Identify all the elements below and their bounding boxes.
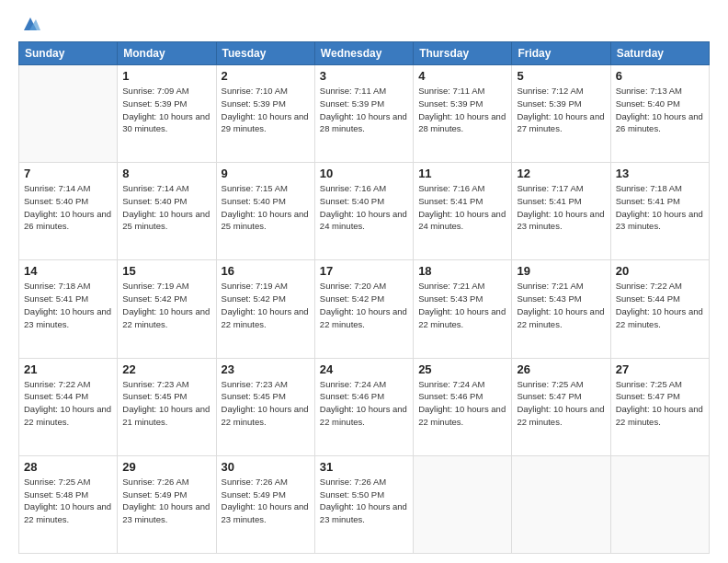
- calendar-header-wednesday: Wednesday: [314, 42, 413, 65]
- day-info: Sunrise: 7:22 AM Sunset: 5:44 PM Dayligh…: [24, 378, 112, 429]
- day-number: 24: [320, 362, 408, 376]
- day-info: Sunrise: 7:17 AM Sunset: 5:41 PM Dayligh…: [517, 182, 605, 233]
- day-number: 19: [517, 264, 605, 278]
- day-info: Sunrise: 7:24 AM Sunset: 5:46 PM Dayligh…: [320, 378, 408, 429]
- calendar-cell: 16Sunrise: 7:19 AM Sunset: 5:42 PM Dayli…: [216, 260, 314, 358]
- calendar-cell: 25Sunrise: 7:24 AM Sunset: 5:46 PM Dayli…: [414, 358, 512, 455]
- day-number: 11: [418, 167, 506, 180]
- day-number: 21: [24, 362, 112, 376]
- day-info: Sunrise: 7:11 AM Sunset: 5:39 PM Dayligh…: [320, 85, 408, 135]
- calendar-cell: 5Sunrise: 7:12 AM Sunset: 5:39 PM Daylig…: [512, 65, 610, 163]
- day-info: Sunrise: 7:16 AM Sunset: 5:40 PM Dayligh…: [320, 182, 408, 233]
- day-number: 8: [122, 167, 210, 180]
- calendar-cell: 13Sunrise: 7:18 AM Sunset: 5:41 PM Dayli…: [610, 163, 709, 260]
- calendar-cell: 27Sunrise: 7:25 AM Sunset: 5:47 PM Dayli…: [610, 358, 709, 455]
- day-info: Sunrise: 7:14 AM Sunset: 5:40 PM Dayligh…: [24, 182, 112, 233]
- day-info: Sunrise: 7:21 AM Sunset: 5:43 PM Dayligh…: [418, 280, 506, 330]
- calendar-cell: 26Sunrise: 7:25 AM Sunset: 5:47 PM Dayli…: [512, 358, 610, 455]
- calendar-table: SundayMondayTuesdayWednesdayThursdayFrid…: [18, 41, 710, 554]
- calendar-cell: 31Sunrise: 7:26 AM Sunset: 5:50 PM Dayli…: [314, 455, 413, 553]
- calendar-cell: 24Sunrise: 7:24 AM Sunset: 5:46 PM Dayli…: [314, 358, 413, 455]
- day-number: 22: [122, 362, 210, 376]
- calendar-cell: 23Sunrise: 7:23 AM Sunset: 5:45 PM Dayli…: [216, 358, 314, 455]
- day-number: 14: [24, 264, 112, 278]
- day-info: Sunrise: 7:16 AM Sunset: 5:41 PM Dayligh…: [418, 182, 506, 233]
- day-info: Sunrise: 7:14 AM Sunset: 5:40 PM Dayligh…: [122, 182, 210, 233]
- day-info: Sunrise: 7:22 AM Sunset: 5:44 PM Dayligh…: [616, 280, 704, 330]
- day-number: 5: [517, 69, 605, 83]
- calendar-cell: 10Sunrise: 7:16 AM Sunset: 5:40 PM Dayli…: [314, 163, 413, 260]
- day-number: 20: [616, 264, 704, 278]
- day-info: Sunrise: 7:26 AM Sunset: 5:49 PM Dayligh…: [222, 476, 310, 526]
- day-info: Sunrise: 7:25 AM Sunset: 5:47 PM Dayligh…: [616, 378, 704, 429]
- day-info: Sunrise: 7:12 AM Sunset: 5:39 PM Dayligh…: [517, 85, 605, 135]
- calendar-week-row: 21Sunrise: 7:22 AM Sunset: 5:44 PM Dayli…: [19, 358, 710, 455]
- day-info: Sunrise: 7:11 AM Sunset: 5:39 PM Dayligh…: [418, 85, 506, 135]
- day-number: 3: [320, 69, 408, 83]
- calendar-cell: 2Sunrise: 7:10 AM Sunset: 5:39 PM Daylig…: [216, 65, 314, 163]
- day-number: 16: [222, 264, 310, 278]
- logo-icon: [20, 14, 40, 34]
- calendar-cell: 4Sunrise: 7:11 AM Sunset: 5:39 PM Daylig…: [414, 65, 512, 163]
- day-info: Sunrise: 7:19 AM Sunset: 5:42 PM Dayligh…: [122, 280, 210, 330]
- calendar-cell: [610, 455, 709, 553]
- day-number: 31: [320, 460, 408, 474]
- day-info: Sunrise: 7:09 AM Sunset: 5:39 PM Dayligh…: [122, 85, 210, 135]
- day-info: Sunrise: 7:10 AM Sunset: 5:39 PM Dayligh…: [222, 85, 310, 135]
- calendar-cell: 11Sunrise: 7:16 AM Sunset: 5:41 PM Dayli…: [414, 163, 512, 260]
- calendar-cell: 14Sunrise: 7:18 AM Sunset: 5:41 PM Dayli…: [19, 260, 118, 358]
- day-number: 26: [517, 362, 605, 376]
- day-number: 15: [122, 264, 210, 278]
- day-number: 10: [320, 167, 408, 180]
- calendar-week-row: 7Sunrise: 7:14 AM Sunset: 5:40 PM Daylig…: [19, 163, 710, 260]
- day-info: Sunrise: 7:18 AM Sunset: 5:41 PM Dayligh…: [24, 280, 112, 330]
- calendar-cell: 21Sunrise: 7:22 AM Sunset: 5:44 PM Dayli…: [19, 358, 118, 455]
- day-info: Sunrise: 7:23 AM Sunset: 5:45 PM Dayligh…: [122, 378, 210, 429]
- calendar-cell: [414, 455, 512, 553]
- day-info: Sunrise: 7:20 AM Sunset: 5:42 PM Dayligh…: [320, 280, 408, 330]
- calendar-week-row: 28Sunrise: 7:25 AM Sunset: 5:48 PM Dayli…: [19, 455, 710, 553]
- calendar-cell: 9Sunrise: 7:15 AM Sunset: 5:40 PM Daylig…: [216, 163, 314, 260]
- calendar-week-row: 14Sunrise: 7:18 AM Sunset: 5:41 PM Dayli…: [19, 260, 710, 358]
- day-info: Sunrise: 7:25 AM Sunset: 5:47 PM Dayligh…: [517, 378, 605, 429]
- day-number: 17: [320, 264, 408, 278]
- day-number: 23: [222, 362, 310, 376]
- calendar-header-sunday: Sunday: [19, 42, 118, 65]
- day-info: Sunrise: 7:19 AM Sunset: 5:42 PM Dayligh…: [222, 280, 310, 330]
- calendar-cell: 1Sunrise: 7:09 AM Sunset: 5:39 PM Daylig…: [118, 65, 216, 163]
- day-info: Sunrise: 7:26 AM Sunset: 5:49 PM Dayligh…: [122, 476, 210, 526]
- calendar-header-monday: Monday: [118, 42, 216, 65]
- calendar-cell: 12Sunrise: 7:17 AM Sunset: 5:41 PM Dayli…: [512, 163, 610, 260]
- day-number: 28: [24, 460, 112, 474]
- day-info: Sunrise: 7:26 AM Sunset: 5:50 PM Dayligh…: [320, 476, 408, 526]
- calendar-cell: 15Sunrise: 7:19 AM Sunset: 5:42 PM Dayli…: [118, 260, 216, 358]
- calendar-header-tuesday: Tuesday: [216, 42, 314, 65]
- day-number: 29: [122, 460, 210, 474]
- calendar-cell: 19Sunrise: 7:21 AM Sunset: 5:43 PM Dayli…: [512, 260, 610, 358]
- day-number: 6: [616, 69, 704, 83]
- day-number: 30: [222, 460, 310, 474]
- day-info: Sunrise: 7:24 AM Sunset: 5:46 PM Dayligh…: [418, 378, 506, 429]
- calendar-cell: 6Sunrise: 7:13 AM Sunset: 5:40 PM Daylig…: [610, 65, 709, 163]
- day-number: 18: [418, 264, 506, 278]
- day-number: 2: [222, 69, 310, 83]
- day-number: 7: [24, 167, 112, 180]
- calendar-cell: 30Sunrise: 7:26 AM Sunset: 5:49 PM Dayli…: [216, 455, 314, 553]
- calendar-cell: [19, 65, 118, 163]
- calendar-header-friday: Friday: [512, 42, 610, 65]
- calendar-cell: 7Sunrise: 7:14 AM Sunset: 5:40 PM Daylig…: [19, 163, 118, 260]
- calendar-cell: 28Sunrise: 7:25 AM Sunset: 5:48 PM Dayli…: [19, 455, 118, 553]
- day-number: 9: [222, 167, 310, 180]
- day-number: 25: [418, 362, 506, 376]
- calendar-week-row: 1Sunrise: 7:09 AM Sunset: 5:39 PM Daylig…: [19, 65, 710, 163]
- calendar-header-saturday: Saturday: [610, 42, 709, 65]
- day-info: Sunrise: 7:23 AM Sunset: 5:45 PM Dayligh…: [222, 378, 310, 429]
- calendar-cell: 8Sunrise: 7:14 AM Sunset: 5:40 PM Daylig…: [118, 163, 216, 260]
- day-info: Sunrise: 7:25 AM Sunset: 5:48 PM Dayligh…: [24, 476, 112, 526]
- calendar-cell: 17Sunrise: 7:20 AM Sunset: 5:42 PM Dayli…: [314, 260, 413, 358]
- header: [18, 14, 710, 34]
- day-info: Sunrise: 7:18 AM Sunset: 5:41 PM Dayligh…: [616, 182, 704, 233]
- calendar-cell: 20Sunrise: 7:22 AM Sunset: 5:44 PM Dayli…: [610, 260, 709, 358]
- day-number: 27: [616, 362, 704, 376]
- day-info: Sunrise: 7:21 AM Sunset: 5:43 PM Dayligh…: [517, 280, 605, 330]
